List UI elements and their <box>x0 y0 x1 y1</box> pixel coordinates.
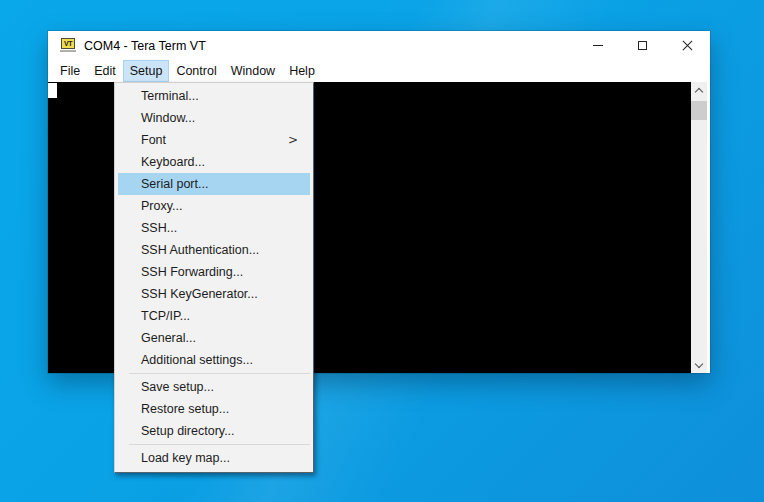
menu-item-setup-directory[interactable]: Setup directory... <box>118 420 310 442</box>
scroll-down-button[interactable] <box>691 356 707 373</box>
menubar-item-setup[interactable]: Setup <box>123 60 170 82</box>
menu-separator <box>129 373 310 374</box>
menu-item-ssh-forwarding[interactable]: SSH Forwarding... <box>118 261 310 283</box>
tera-term-window: VT COM4 - Tera Term VT File Edit Setup <box>48 31 710 373</box>
maximize-icon <box>638 41 647 50</box>
menu-item-window[interactable]: Window... <box>118 107 310 129</box>
scrollbar-track[interactable] <box>691 99 707 356</box>
menu-item-font[interactable]: Font > <box>118 129 310 151</box>
tera-term-app-icon[interactable]: VT <box>60 38 76 53</box>
menu-bar: File Edit Setup Control Window Help <box>48 60 710 82</box>
menu-item-tcpip[interactable]: TCP/IP... <box>118 305 310 327</box>
vertical-scrollbar[interactable] <box>691 82 707 373</box>
terminal-cursor <box>48 83 57 98</box>
minimize-button[interactable] <box>575 31 620 60</box>
menubar-item-window[interactable]: Window <box>224 60 282 82</box>
menubar-item-edit[interactable]: Edit <box>87 60 123 82</box>
menubar-item-file[interactable]: File <box>53 60 87 82</box>
desktop-background: VT COM4 - Tera Term VT File Edit Setup <box>0 0 764 502</box>
setup-dropdown-menu: Terminal... Window... Font > Keyboard...… <box>114 82 314 473</box>
vt-icon-base <box>60 50 76 52</box>
menu-item-general[interactable]: General... <box>118 327 310 349</box>
menu-item-save-setup[interactable]: Save setup... <box>118 376 310 398</box>
chevron-up-icon <box>695 88 703 96</box>
vt-icon-screen: VT <box>61 38 75 49</box>
window-title: COM4 - Tera Term VT <box>84 39 206 53</box>
menu-item-restore-setup[interactable]: Restore setup... <box>118 398 310 420</box>
scroll-up-button[interactable] <box>691 82 707 99</box>
menu-item-keyboard[interactable]: Keyboard... <box>118 151 310 173</box>
menu-item-terminal[interactable]: Terminal... <box>118 85 310 107</box>
menu-separator <box>129 444 310 445</box>
menu-item-ssh-authentication[interactable]: SSH Authentication... <box>118 239 310 261</box>
menu-item-ssh[interactable]: SSH... <box>118 217 310 239</box>
menubar-item-control[interactable]: Control <box>169 60 223 82</box>
menu-item-serial-port[interactable]: Serial port... <box>118 173 310 195</box>
close-icon <box>682 40 693 51</box>
menu-item-ssh-keygenerator[interactable]: SSH KeyGenerator... <box>118 283 310 305</box>
scrollbar-thumb[interactable] <box>691 101 707 120</box>
close-button[interactable] <box>665 31 710 60</box>
title-bar[interactable]: VT COM4 - Tera Term VT <box>48 31 710 60</box>
minimize-icon <box>593 45 603 46</box>
chevron-down-icon <box>695 359 703 367</box>
menu-item-load-key-map[interactable]: Load key map... <box>118 447 310 469</box>
maximize-button[interactable] <box>620 31 665 60</box>
menubar-item-help[interactable]: Help <box>282 60 322 82</box>
caption-buttons <box>575 31 710 60</box>
menu-item-proxy[interactable]: Proxy... <box>118 195 310 217</box>
menu-item-additional-settings[interactable]: Additional settings... <box>118 349 310 371</box>
submenu-arrow-icon: > <box>288 129 310 151</box>
